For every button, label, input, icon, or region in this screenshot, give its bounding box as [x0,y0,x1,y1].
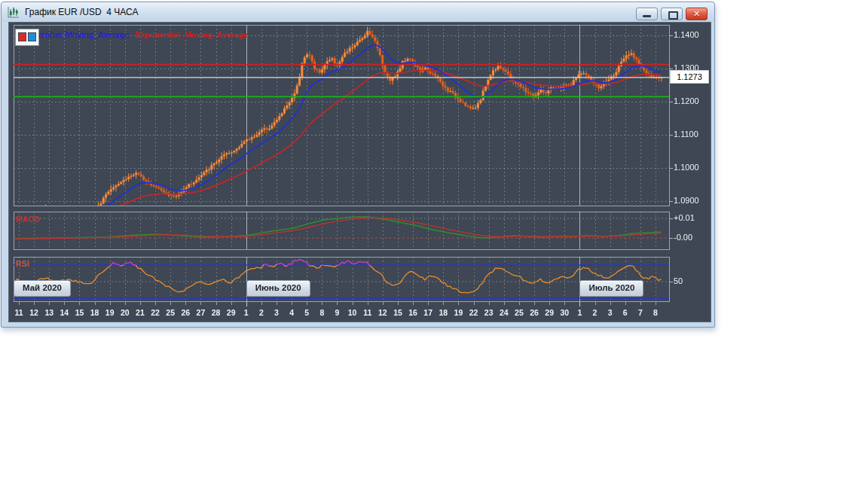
maximize-icon [668,11,678,20]
window-title: График EUR /USD 4 ЧАСА [25,7,139,17]
minimize-button[interactable] [636,8,658,20]
close-icon: ✕ [686,9,707,19]
chart-app-icon [7,6,20,19]
close-button[interactable]: ✕ [686,8,708,20]
chart-window: График EUR /USD 4 ЧАСА ✕ [1,2,715,328]
minimize-icon [643,15,651,17]
window-controls: ✕ [636,8,708,20]
maximize-button[interactable] [661,8,683,20]
desktop: График EUR /USD 4 ЧАСА ✕ Exponential_Mov… [0,0,868,488]
chart-client-area [8,22,711,322]
titlebar[interactable]: График EUR /USD 4 ЧАСА ✕ [2,2,714,22]
